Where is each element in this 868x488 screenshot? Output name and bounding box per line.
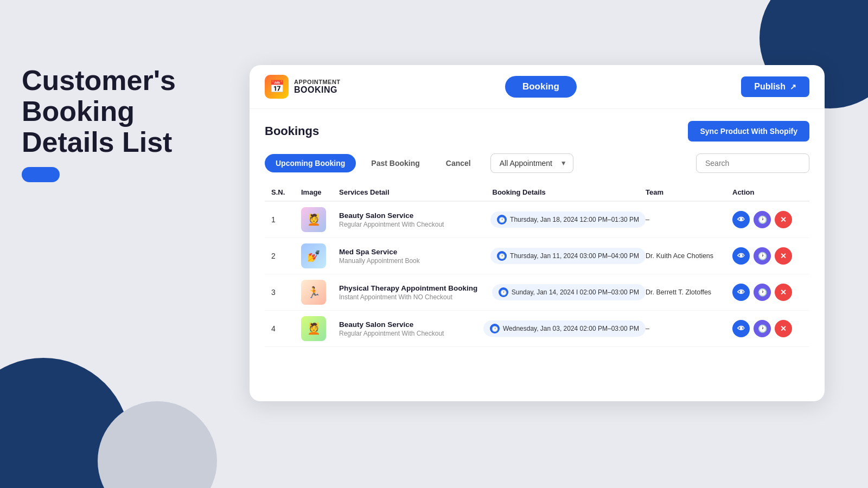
service-name: Physical Therapy Appointment Booking — [339, 284, 492, 292]
tab-upcoming-booking[interactable]: Upcoming Booking — [265, 154, 356, 172]
nav-booking-button[interactable]: Booking — [505, 76, 577, 98]
booking-detail: 🕐 Thursday, Jan 18, 2024 12:00 PM–01:30 … — [490, 211, 646, 228]
col-booking: Booking Details — [493, 188, 646, 196]
table-row: 4 💆 Beauty Salon Service Regular Appoint… — [265, 311, 809, 347]
headline: Customer's Booking Details List — [22, 65, 176, 158]
action-buttons: 👁 🕐 ✕ — [732, 247, 803, 265]
image-emoji: 🏃 — [307, 286, 321, 299]
cancel-button[interactable]: ✕ — [775, 247, 792, 265]
col-services: Services Detail — [339, 188, 493, 196]
filter-bar: Upcoming Booking Past Booking Cancel All… — [265, 153, 809, 173]
booking-detail: 🕐 Sunday, Jan 14, 2024 I 02:00 PM–03:00 … — [492, 284, 646, 300]
team-name: Dr. Kuith Ace Chotiens — [646, 252, 732, 260]
col-image: Image — [301, 188, 339, 196]
booking-date-badge: 🕐 Thursday, Jan 18, 2024 12:00 PM–01:30 … — [490, 211, 646, 228]
booking-date-text: Wednesday, Jan 03, 2024 02:00 PM–03:00 P… — [503, 325, 639, 332]
row-image: 🏃 — [301, 280, 326, 305]
team-name: – — [646, 325, 732, 332]
view-button[interactable]: 👁 — [732, 211, 750, 228]
service-name: Med Spa Service — [339, 248, 490, 256]
row-sn: 3 — [271, 288, 301, 297]
tab-past-booking[interactable]: Past Booking — [360, 154, 430, 172]
col-team: Team — [646, 188, 732, 196]
booking-date-text: Thursday, Jan 18, 2024 12:00 PM–01:30 PM — [510, 216, 639, 223]
reschedule-button[interactable]: 🕐 — [754, 211, 771, 228]
image-emoji: 💆 — [307, 213, 321, 226]
blue-pill-decoration — [22, 167, 60, 182]
service-name: Beauty Salon Service — [339, 211, 490, 220]
booking-detail: 🕐 Thursday, Jan 11, 2024 03:00 PM–04:00 … — [490, 248, 646, 264]
table-body: 1 💆 Beauty Salon Service Regular Appoint… — [265, 202, 809, 347]
card-header: 📅 APPOINTMENT BOOKING Booking Publish ↗ — [250, 65, 825, 109]
logo-icon: 📅 — [265, 75, 289, 99]
bookings-section: Bookings Sync Product With Shopify Upcom… — [250, 109, 825, 352]
search-input[interactable] — [696, 153, 809, 173]
view-button[interactable]: 👁 — [732, 284, 750, 301]
sync-button[interactable]: Sync Product With Shopify — [688, 121, 809, 142]
cancel-button[interactable]: ✕ — [775, 211, 792, 228]
cancel-button[interactable]: ✕ — [775, 320, 792, 337]
action-buttons: 👁 🕐 ✕ — [732, 320, 803, 337]
table-row: 2 💅 Med Spa Service Manually Appointment… — [265, 238, 809, 274]
row-sn: 4 — [271, 324, 301, 333]
view-button[interactable]: 👁 — [732, 247, 750, 265]
bookings-title: Bookings — [265, 124, 319, 138]
view-button[interactable]: 👁 — [732, 320, 750, 337]
booking-date-text: Sunday, Jan 14, 2024 I 02:00 PM–03:00 PM — [512, 288, 639, 296]
publish-button[interactable]: Publish ↗ — [741, 76, 809, 97]
booking-date-text: Thursday, Jan 11, 2024 03:00 PM–04:00 PM — [510, 252, 639, 260]
booking-date-badge: 🕐 Wednesday, Jan 03, 2024 02:00 PM–03:00… — [483, 320, 646, 337]
service-name: Beauty Salon Service — [339, 320, 483, 329]
col-action: Action — [732, 188, 803, 196]
row-image: 💆 — [301, 316, 326, 341]
reschedule-button[interactable]: 🕐 — [754, 284, 771, 301]
service-detail: Beauty Salon Service Regular Appointment… — [339, 211, 490, 228]
logo-area: 📅 APPOINTMENT BOOKING — [265, 75, 341, 99]
main-card: 📅 APPOINTMENT BOOKING Booking Publish ↗ … — [250, 65, 825, 401]
publish-icon: ↗ — [790, 82, 796, 91]
service-sub: Regular Appointment With Checkout — [339, 221, 490, 228]
appointment-dropdown-wrapper: All Appointment Upcoming Past Cancelled … — [490, 153, 573, 173]
logo-appointment-text: APPOINTMENT — [294, 79, 341, 85]
image-emoji: 💅 — [307, 249, 321, 262]
service-sub: Instant Appointment With NO Checkout — [339, 293, 492, 301]
reschedule-button[interactable]: 🕐 — [754, 247, 771, 265]
left-panel: Customer's Booking Details List — [22, 65, 176, 184]
clock-icon: 🕐 — [497, 215, 507, 224]
table-container: S.N. Image Services Detail Booking Detai… — [265, 184, 809, 347]
table-header: S.N. Image Services Detail Booking Detai… — [265, 184, 809, 202]
row-sn: 2 — [271, 252, 301, 260]
row-image: 💆 — [301, 207, 326, 232]
image-emoji: 💆 — [307, 322, 321, 335]
row-sn: 1 — [271, 215, 301, 224]
booking-date-badge: 🕐 Thursday, Jan 11, 2024 03:00 PM–04:00 … — [490, 248, 646, 264]
team-name: Dr. Berrett T. Zlotoffes — [646, 288, 732, 296]
action-buttons: 👁 🕐 ✕ — [732, 211, 803, 228]
col-sn: S.N. — [271, 188, 301, 196]
booking-detail: 🕐 Wednesday, Jan 03, 2024 02:00 PM–03:00… — [483, 320, 646, 337]
table-row: 3 🏃 Physical Therapy Appointment Booking… — [265, 274, 809, 311]
service-sub: Regular Appointment With Checkout — [339, 330, 483, 337]
row-image: 💅 — [301, 243, 326, 268]
appointment-dropdown[interactable]: All Appointment Upcoming Past Cancelled — [490, 153, 573, 173]
action-buttons: 👁 🕐 ✕ — [732, 284, 803, 301]
clock-icon: 🕐 — [490, 324, 500, 333]
bookings-header: Bookings Sync Product With Shopify — [265, 121, 809, 142]
clock-icon: 🕐 — [499, 287, 508, 297]
logo-booking-text: BOOKING — [294, 85, 341, 95]
publish-label: Publish — [754, 82, 786, 92]
table-row: 1 💆 Beauty Salon Service Regular Appoint… — [265, 202, 809, 238]
booking-date-badge: 🕐 Sunday, Jan 14, 2024 I 02:00 PM–03:00 … — [492, 284, 646, 300]
service-detail: Med Spa Service Manually Appointment Boo… — [339, 248, 490, 265]
reschedule-button[interactable]: 🕐 — [754, 320, 771, 337]
team-name: – — [646, 216, 732, 223]
cancel-button[interactable]: ✕ — [775, 284, 792, 301]
tab-cancel[interactable]: Cancel — [435, 154, 482, 172]
logo-text: APPOINTMENT BOOKING — [294, 79, 341, 95]
service-sub: Manually Appointment Book — [339, 257, 490, 265]
clock-icon: 🕐 — [497, 251, 507, 261]
service-detail: Beauty Salon Service Regular Appointment… — [339, 320, 483, 337]
service-detail: Physical Therapy Appointment Booking Ins… — [339, 284, 492, 301]
